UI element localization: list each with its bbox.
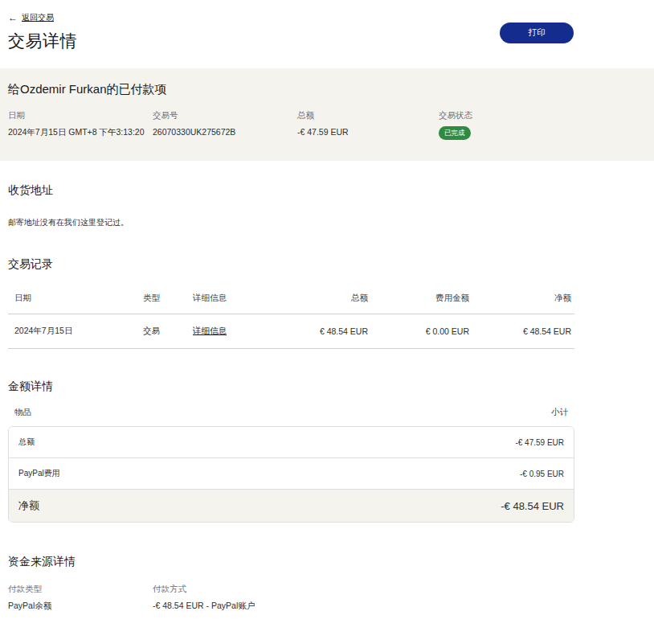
field-label: 付款方式: [153, 584, 574, 595]
field-label: 交易号: [153, 110, 297, 121]
shipping-address-text: 邮寄地址没有在我们这里登记过。: [8, 217, 574, 228]
subtotal-column-header: 小计: [551, 407, 568, 418]
back-arrow-icon: ←: [8, 12, 18, 23]
details-link[interactable]: 详细信息: [193, 326, 227, 335]
amount-details-title: 金额详情: [8, 379, 574, 394]
item-column-header: 物品: [14, 407, 31, 418]
funding-source-section: 资金来源详情 付款类型 PayPal余额 付款方式 -€ 48.54 EUR -…: [8, 555, 574, 612]
cell-net: € 48.54 EUR: [472, 314, 574, 349]
shipping-address-title: 收货地址: [8, 183, 574, 198]
field-value: 2024年7月15日 GMT+8 下午3:13:20: [8, 127, 153, 138]
column-header-net: 净额: [472, 285, 574, 314]
column-header-date: 日期: [8, 285, 137, 314]
transaction-history-title: 交易记录: [8, 257, 574, 272]
status-badge: 已完成: [439, 126, 471, 140]
amount-value: -€ 48.54 EUR: [501, 500, 564, 512]
cell-type: 交易: [137, 314, 186, 349]
cell-details: 详细信息: [186, 314, 275, 349]
amounts-box: 总额 -€ 47.59 EUR PayPal费用 -€ 0.95 EUR 净额 …: [8, 426, 574, 523]
payment-summary-fields: 日期 2024年7月15日 GMT+8 下午3:13:20 交易号 260703…: [8, 110, 574, 140]
page-header: ← 返回交易 交易详情 打印: [0, 0, 654, 65]
payment-summary-title: 给Ozdemir Furkan的已付款项: [8, 82, 574, 97]
funding-fields: 付款类型 PayPal余额 付款方式 -€ 48.54 EUR - PayPal…: [8, 584, 574, 612]
field-label: 付款类型: [8, 584, 153, 595]
field-value: PayPal余额: [8, 601, 153, 612]
field-value: 26070330UK275672B: [153, 127, 297, 137]
column-header-fee: 费用金额: [371, 285, 472, 314]
field-value: -€ 47.59 EUR: [297, 127, 439, 137]
summary-field-gross-amount: 总额 -€ 47.59 EUR: [297, 110, 439, 140]
transaction-history-section: 交易记录 日期 类型 详细信息 总额 费用金额 净额 2024年7月15日: [8, 257, 574, 349]
back-link-label: 返回交易: [22, 12, 54, 23]
summary-field-transaction-id: 交易号 26070330UK275672B: [153, 110, 297, 140]
amount-row-net: 净额 -€ 48.54 EUR: [9, 490, 574, 522]
amount-value: -€ 0.95 EUR: [520, 470, 564, 478]
payment-summary-band: 给Ozdemir Furkan的已付款项 日期 2024年7月15日 GMT+8…: [0, 68, 654, 161]
back-to-transactions-link[interactable]: ← 返回交易: [8, 12, 54, 23]
amount-details-section: 金额详情 物品 小计 总额 -€ 47.59 EUR PayPal费用 -€ 0…: [8, 379, 574, 523]
page-title: 交易详情: [8, 30, 574, 52]
summary-field-status: 交易状态 已完成: [439, 110, 574, 140]
funding-field-payment-method: 付款方式 -€ 48.54 EUR - PayPal账户: [153, 584, 574, 612]
amount-value: -€ 47.59 EUR: [515, 438, 564, 447]
field-value: -€ 48.54 EUR - PayPal账户: [153, 601, 574, 612]
amounts-header-row: 物品 小计: [8, 407, 574, 418]
column-header-gross: 总额: [275, 285, 371, 314]
field-label: 日期: [8, 110, 153, 121]
amount-label: 净额: [18, 498, 39, 513]
column-header-details: 详细信息: [186, 285, 275, 314]
cell-gross: € 48.54 EUR: [275, 314, 371, 349]
funding-field-payment-type: 付款类型 PayPal余额: [8, 584, 153, 612]
column-header-type: 类型: [137, 285, 186, 314]
table-header-row: 日期 类型 详细信息 总额 费用金额 净额: [8, 285, 574, 314]
amount-label: 总额: [18, 437, 35, 448]
shipping-address-section: 收货地址 邮寄地址没有在我们这里登记过。: [8, 183, 574, 228]
summary-field-date: 日期 2024年7月15日 GMT+8 下午3:13:20: [8, 110, 153, 140]
main-content: 收货地址 邮寄地址没有在我们这里登记过。 交易记录 日期 类型 详细信息 总额 …: [8, 183, 574, 644]
cell-fee: € 0.00 EUR: [371, 314, 472, 349]
amount-row-gross: 总额 -€ 47.59 EUR: [9, 427, 574, 458]
amount-label: PayPal费用: [18, 468, 60, 479]
print-button[interactable]: 打印: [500, 23, 574, 43]
cell-date: 2024年7月15日: [8, 314, 137, 349]
amount-row-fee: PayPal费用 -€ 0.95 EUR: [9, 458, 574, 490]
field-label: 交易状态: [439, 110, 574, 121]
transaction-history-table: 日期 类型 详细信息 总额 费用金额 净额 2024年7月15日 交易 详细信息…: [8, 285, 574, 349]
funding-source-title: 资金来源详情: [8, 555, 574, 569]
field-label: 总额: [297, 110, 439, 121]
table-row: 2024年7月15日 交易 详细信息 € 48.54 EUR € 0.00 EU…: [8, 314, 574, 349]
